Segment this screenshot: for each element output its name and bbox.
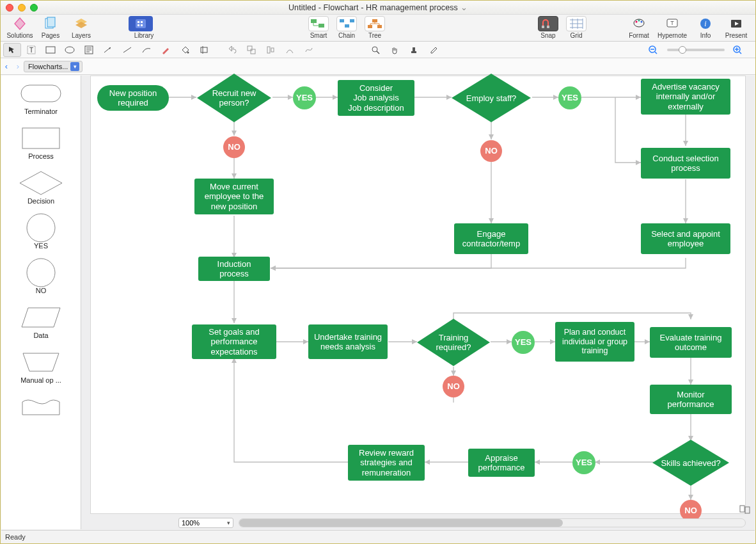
svg-text:i: i bbox=[704, 19, 706, 28]
connector-tool[interactable] bbox=[281, 43, 299, 57]
arrow-tool[interactable] bbox=[99, 43, 117, 57]
node-engage[interactable]: Engage contractor/temp bbox=[454, 223, 528, 254]
node-yes4[interactable]: YES bbox=[572, 451, 595, 474]
library-picker[interactable]: Flowcharts... ▾ bbox=[24, 61, 83, 72]
palette-yes[interactable]: YES bbox=[1, 214, 81, 250]
svg-line-41 bbox=[123, 47, 131, 52]
node-appraise[interactable]: Appraise performance bbox=[468, 449, 535, 477]
rect-tool[interactable] bbox=[42, 43, 59, 57]
node-conduct-selection[interactable]: Conduct selection process bbox=[641, 148, 730, 179]
node-employ-staff[interactable]: Employ staff? bbox=[450, 72, 532, 124]
smart-button[interactable]: Smart bbox=[304, 16, 333, 39]
zoom-dropdown[interactable]: 100%▾ bbox=[178, 518, 233, 528]
svg-rect-3 bbox=[47, 17, 55, 27]
nav-back-button[interactable]: ‹ bbox=[1, 61, 12, 71]
node-monitor[interactable]: Monitor performance bbox=[650, 385, 732, 414]
node-no3[interactable]: NO bbox=[443, 376, 464, 397]
window-minimize-button[interactable] bbox=[18, 4, 26, 12]
layers-button[interactable]: Layers bbox=[66, 16, 97, 39]
canvas-area[interactable]: New position required Recruit new person… bbox=[81, 76, 755, 529]
curve-tool[interactable] bbox=[138, 43, 155, 57]
svg-rect-72 bbox=[745, 507, 750, 513]
node-no2[interactable]: NO bbox=[480, 140, 502, 162]
svg-point-64 bbox=[27, 259, 55, 287]
zoom-tool[interactable] bbox=[366, 43, 384, 57]
hypernote-button[interactable]: THypernote bbox=[654, 16, 690, 39]
node-select-appoint[interactable]: Select and appoint employee bbox=[641, 223, 730, 254]
node-evaluate[interactable]: Evaluate training outcome bbox=[650, 327, 732, 358]
palette-process[interactable]: Process bbox=[1, 124, 81, 160]
node-yes2[interactable]: YES bbox=[558, 86, 581, 109]
palette-manualop[interactable]: Manual op ... bbox=[1, 348, 81, 384]
svg-point-34 bbox=[65, 47, 74, 53]
group-tool[interactable] bbox=[242, 43, 260, 57]
svg-point-49 bbox=[372, 47, 377, 52]
status-bar: Ready bbox=[1, 530, 755, 543]
format-button[interactable]: Format bbox=[624, 16, 654, 39]
node-induction[interactable]: Induction process bbox=[198, 257, 270, 281]
primary-toolbar: Solutions Pages Layers Library Smart Cha… bbox=[1, 15, 755, 42]
node-training-required[interactable]: Training required? bbox=[416, 317, 491, 367]
undo-tool[interactable] bbox=[223, 43, 241, 57]
node-set-goals[interactable]: Set goals and performance expectations bbox=[192, 324, 276, 359]
node-review-reward[interactable]: Review reward strategies and remuneratio… bbox=[348, 445, 425, 481]
note-tool[interactable] bbox=[80, 43, 98, 57]
svg-point-42 bbox=[187, 51, 189, 53]
node-new-position[interactable]: New position required bbox=[97, 85, 169, 111]
hand-tool[interactable] bbox=[386, 43, 404, 57]
align-tool[interactable] bbox=[262, 43, 280, 57]
line-tool[interactable] bbox=[118, 43, 136, 57]
svg-rect-14 bbox=[345, 24, 349, 28]
node-yes1[interactable]: YES bbox=[293, 86, 316, 109]
palette-more[interactable] bbox=[1, 393, 81, 421]
zoom-out-button[interactable] bbox=[644, 43, 662, 57]
bucket-tool[interactable] bbox=[176, 43, 194, 57]
node-move-current[interactable]: Move current employee to the new positio… bbox=[194, 179, 274, 214]
nav-forward-button[interactable]: › bbox=[12, 61, 24, 71]
palette-no[interactable]: NO bbox=[1, 259, 81, 294]
tree-button[interactable]: Tree bbox=[361, 16, 389, 39]
spline-tool[interactable] bbox=[300, 43, 318, 57]
library-button[interactable]: Library bbox=[129, 16, 159, 39]
node-advertise[interactable]: Advertise vacancy internally and/or exte… bbox=[641, 79, 730, 115]
page-nav-icon[interactable] bbox=[739, 505, 751, 514]
pages-button[interactable]: Pages bbox=[35, 16, 66, 39]
window-maximize-button[interactable] bbox=[30, 4, 38, 12]
node-recruit-new[interactable]: Recruit new person? bbox=[196, 72, 272, 124]
stamp-tool[interactable] bbox=[405, 43, 423, 57]
info-button[interactable]: iInfo bbox=[690, 16, 721, 39]
palette-terminator[interactable]: Terminator bbox=[1, 79, 81, 115]
svg-line-59 bbox=[739, 52, 741, 54]
text-tool[interactable]: T bbox=[22, 43, 40, 57]
eyedropper-tool[interactable] bbox=[424, 43, 442, 57]
pen-tool[interactable] bbox=[157, 43, 175, 57]
window-title: Untitled - Flowchart - HR management pro… bbox=[1, 1, 755, 15]
node-no1[interactable]: NO bbox=[223, 136, 245, 158]
pointer-tool[interactable] bbox=[3, 43, 21, 57]
svg-marker-65 bbox=[22, 308, 60, 327]
palette-data[interactable]: Data bbox=[1, 303, 81, 339]
grid-button[interactable]: Grid bbox=[562, 16, 590, 39]
svg-rect-16 bbox=[372, 19, 377, 22]
node-training-needs[interactable]: Undertake training needs analysis bbox=[308, 324, 388, 359]
chain-button[interactable]: Chain bbox=[333, 16, 361, 39]
node-plan-training[interactable]: Plan and conduct individual or group tra… bbox=[555, 322, 634, 362]
node-consider[interactable]: Consider Job analysis Job description bbox=[338, 80, 414, 116]
svg-marker-0 bbox=[15, 18, 25, 29]
snap-button[interactable]: Snap bbox=[534, 16, 562, 39]
zoom-slider[interactable] bbox=[667, 49, 725, 51]
crop-tool[interactable] bbox=[195, 43, 213, 57]
ellipse-tool[interactable] bbox=[61, 43, 79, 57]
svg-rect-17 bbox=[368, 25, 372, 28]
node-skills-achieved[interactable]: Skills achieved? bbox=[651, 438, 730, 487]
node-yes3[interactable]: YES bbox=[512, 331, 535, 354]
svg-marker-5 bbox=[75, 22, 87, 28]
solutions-button[interactable]: Solutions bbox=[4, 16, 35, 39]
present-button[interactable]: Present bbox=[721, 16, 752, 39]
svg-rect-19 bbox=[542, 26, 544, 28]
drawing-canvas[interactable]: New position required Recruit new person… bbox=[90, 76, 746, 514]
palette-decision[interactable]: Decision bbox=[1, 169, 81, 205]
window-close-button[interactable] bbox=[6, 4, 13, 12]
zoom-in-button[interactable] bbox=[728, 43, 746, 57]
horizontal-scrollbar[interactable] bbox=[239, 518, 746, 527]
